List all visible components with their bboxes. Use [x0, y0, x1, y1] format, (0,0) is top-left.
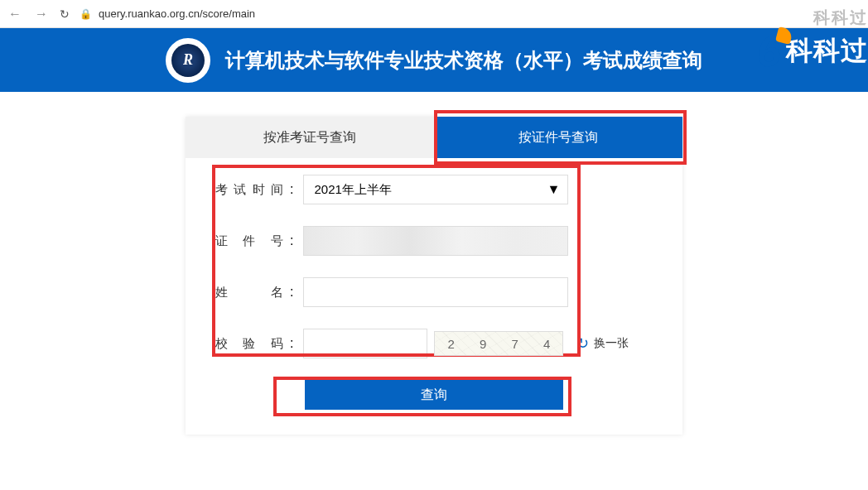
input-captcha[interactable]: [303, 329, 427, 358]
forward-button[interactable]: →: [33, 7, 50, 22]
address-bar[interactable]: 🔒 query.ruankao.org.cn/score/main: [80, 7, 255, 20]
label-id-number: 证 件 号: [215, 233, 283, 249]
form-body: 考试时间: 2021年上半年 ▼ 证 件 号: 姓 名: 校 验: [186, 158, 682, 435]
label-exam-time: 考试时间: [215, 182, 283, 198]
watermark-logo: 6 科科过: [757, 26, 868, 76]
query-form-card: 按准考证号查询 按证件号查询 考试时间: 2021年上半年 ▼ 证 件 号:: [186, 117, 682, 435]
logo-letter: R: [183, 51, 193, 69]
label-captcha: 校 验 码: [215, 336, 283, 352]
site-logo: R: [166, 38, 210, 83]
lock-icon: 🔒: [80, 8, 92, 20]
select-exam-time[interactable]: 2021年上半年: [303, 175, 568, 204]
refresh-icon: ↻: [576, 334, 589, 353]
row-name: 姓 名:: [215, 277, 653, 307]
row-exam-time: 考试时间: 2021年上半年 ▼: [215, 175, 653, 204]
captcha-digit-2: 9: [476, 337, 489, 351]
url-text: query.ruankao.org.cn/score/main: [99, 7, 255, 20]
row-captcha: 校 验 码: 2 9 7 4 ↻ 换一张: [215, 329, 653, 358]
page-header: R 计算机技术与软件专业技术资格（水平）考试成绩查询: [0, 28, 868, 92]
browser-toolbar: ← → ↻ 🔒 query.ruankao.org.cn/score/main: [0, 0, 868, 28]
captcha-image[interactable]: 2 9 7 4: [434, 331, 563, 356]
refresh-label: 换一张: [594, 336, 629, 351]
input-name[interactable]: [303, 277, 568, 307]
refresh-captcha[interactable]: ↻ 换一张: [576, 334, 629, 353]
submit-button[interactable]: 查询: [305, 380, 563, 410]
watermark-text-top: 科科过: [813, 7, 868, 29]
watermark-g-icon: 6: [757, 26, 781, 76]
label-name: 姓 名: [215, 285, 283, 300]
page-title: 计算机技术与软件专业技术资格（水平）考试成绩查询: [225, 47, 702, 74]
input-id-number[interactable]: [303, 226, 568, 256]
captcha-digit-4: 4: [540, 337, 553, 351]
watermark-main-text: 科科过: [786, 33, 868, 70]
captcha-digit-1: 2: [445, 337, 458, 351]
captcha-digit-3: 7: [509, 337, 522, 351]
tab-bar: 按准考证号查询 按证件号查询: [186, 117, 682, 158]
chevron-down-icon: ▼: [547, 182, 561, 197]
tab-admission-number[interactable]: 按准考证号查询: [186, 117, 434, 158]
row-id-number: 证 件 号:: [215, 226, 653, 256]
tab-id-number[interactable]: 按证件号查询: [434, 117, 682, 158]
select-exam-time-value: 2021年上半年: [314, 182, 391, 198]
back-button[interactable]: ←: [7, 7, 23, 22]
reload-button[interactable]: ↻: [60, 7, 70, 21]
